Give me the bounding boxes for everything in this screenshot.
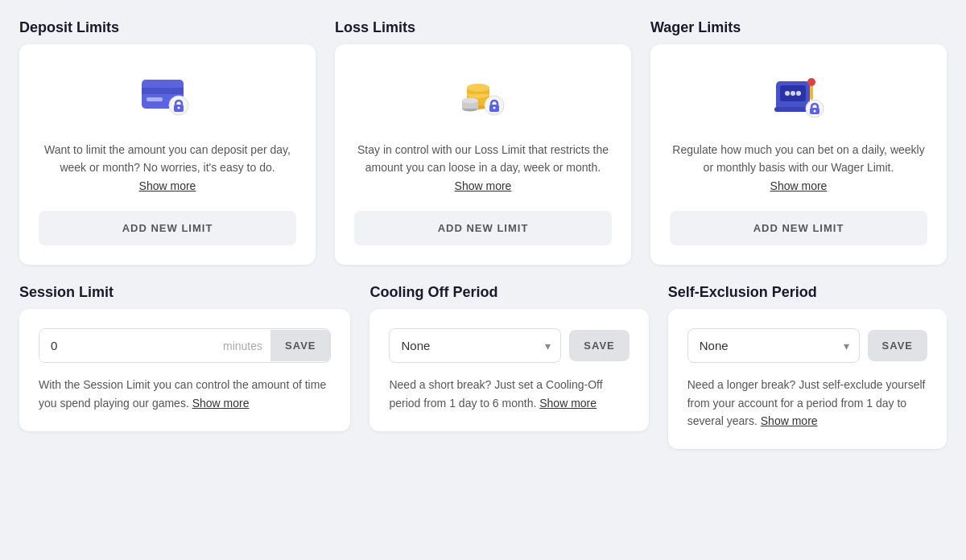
svg-point-23 <box>807 78 815 86</box>
session-input[interactable] <box>39 329 215 362</box>
session-limit-card: minutes SAVE With the Session Limit you … <box>19 309 350 431</box>
self-exclusion-show-more[interactable]: Show more <box>761 414 818 427</box>
wager-add-limit-button[interactable]: ADD NEW LIMIT <box>670 211 927 245</box>
session-save-button[interactable]: SAVE <box>270 330 330 361</box>
session-input-row: minutes SAVE <box>39 328 331 363</box>
deposit-limits-title: Deposit Limits <box>19 19 316 36</box>
svg-point-13 <box>462 98 478 104</box>
loss-show-more[interactable]: Show more <box>455 179 512 192</box>
deposit-limits-card: Want to limit the amount you can deposit… <box>19 44 316 265</box>
session-limit-desc: With the Session Limit you can control t… <box>39 376 331 412</box>
deposit-show-more[interactable]: Show more <box>139 179 196 192</box>
svg-point-19 <box>785 91 790 96</box>
self-exclusion-save-button[interactable]: SAVE <box>868 330 927 361</box>
svg-point-20 <box>791 91 795 96</box>
deposit-icon <box>138 72 196 120</box>
wager-limits-desc: Regulate how much you can bet on a daily… <box>670 141 927 195</box>
deposit-limits-desc: Want to limit the amount you can deposit… <box>39 141 296 195</box>
cooling-off-save-button[interactable]: SAVE <box>569 330 629 361</box>
self-exclusion-title: Self-Exclusion Period <box>668 284 947 301</box>
svg-rect-1 <box>142 88 184 94</box>
loss-add-limit-button[interactable]: ADD NEW LIMIT <box>354 211 612 245</box>
cooling-off-row: None 1 day 2 days 3 days 7 days 1 month … <box>389 328 629 363</box>
deposit-icon-area <box>39 64 296 128</box>
self-exclusion-desc: Need a longer break? Just self-exclude y… <box>687 376 927 430</box>
cooling-off-title: Cooling Off Period <box>369 284 648 301</box>
loss-limits-card: Stay in control with our Loss Limit that… <box>335 44 631 265</box>
session-show-more[interactable]: Show more <box>192 397 250 410</box>
svg-point-21 <box>796 91 801 96</box>
svg-point-16 <box>493 107 496 109</box>
svg-rect-2 <box>147 97 163 101</box>
self-exclusion-select[interactable]: None 1 day 7 days 1 month 3 months 6 mon… <box>688 329 859 362</box>
wager-limits-card: Regulate how much you can bet on a daily… <box>650 44 947 265</box>
loss-limits-title: Loss Limits <box>335 19 631 36</box>
session-limit-title: Session Limit <box>19 284 350 301</box>
loss-limits-desc: Stay in control with our Loss Limit that… <box>354 141 612 195</box>
wager-limits-title: Wager Limits <box>650 19 947 36</box>
cooling-off-card: None 1 day 2 days 3 days 7 days 1 month … <box>369 309 648 431</box>
loss-icon-area <box>354 64 612 128</box>
cooling-off-desc: Need a short break? Just set a Cooling-O… <box>389 376 629 412</box>
wager-icon-area <box>670 64 927 128</box>
session-unit-label: minutes <box>215 340 270 352</box>
loss-icon <box>454 72 512 120</box>
cooling-off-select[interactable]: None 1 day 2 days 3 days 7 days 1 month … <box>390 329 560 362</box>
wager-icon <box>770 72 828 120</box>
wager-show-more[interactable]: Show more <box>770 179 828 192</box>
self-exclusion-row: None 1 day 7 days 1 month 3 months 6 mon… <box>687 328 927 363</box>
deposit-add-limit-button[interactable]: ADD NEW LIMIT <box>39 211 296 245</box>
cooling-off-dropdown-wrapper: None 1 day 2 days 3 days 7 days 1 month … <box>389 328 561 363</box>
svg-point-27 <box>814 110 816 113</box>
self-exclusion-dropdown-wrapper: None 1 day 7 days 1 month 3 months 6 mon… <box>687 328 860 363</box>
svg-point-5 <box>178 107 180 109</box>
cooling-off-show-more[interactable]: Show more <box>539 397 597 410</box>
svg-point-10 <box>467 84 489 92</box>
self-exclusion-card: None 1 day 7 days 1 month 3 months 6 mon… <box>668 309 947 449</box>
